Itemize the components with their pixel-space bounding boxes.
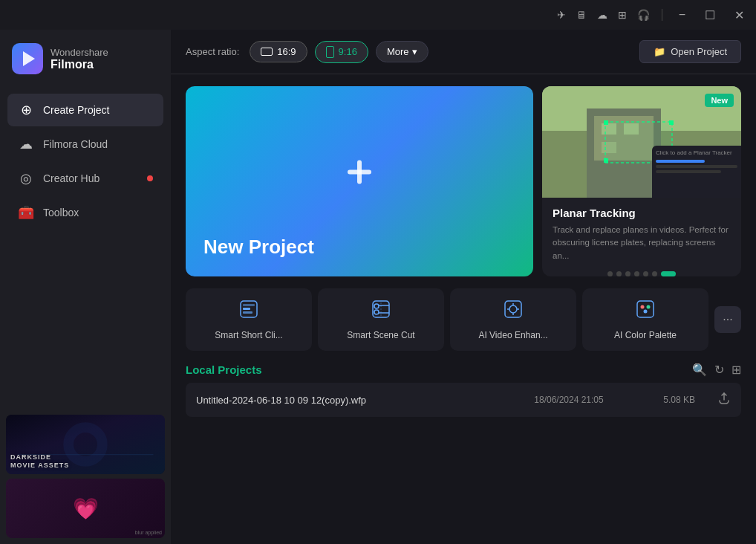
dot-6[interactable]	[652, 271, 657, 276]
sidebar-nav: ⊕ Create Project ☁ Filmora Cloud ◎ Creat…	[0, 88, 171, 409]
local-projects: Local Projects 🔍 ↻ ⊞ Untitled-2024-06-18…	[186, 363, 741, 417]
svg-rect-34	[637, 301, 654, 317]
ai-color-palette-button[interactable]: AI Color Palette	[582, 288, 708, 351]
svg-rect-19	[243, 304, 255, 306]
quick-actions: Smart Short Cli... Smart Scene Cut	[186, 288, 741, 351]
app-logo-text: Wondershare Filmora	[50, 47, 108, 71]
feature-controls-overlay: Click to add a Planar Tracker	[652, 146, 741, 198]
monitor-icon[interactable]: 🖥	[576, 9, 587, 21]
smart-short-clip-icon	[238, 299, 259, 324]
feature-description: Track and replace planes in videos. Perf…	[553, 224, 731, 262]
toolbar-right: 📁 Open Project	[639, 40, 741, 63]
sidebar-item-creator-hub[interactable]: ◎ Creator Hub	[7, 162, 163, 195]
smart-scene-cut-label: Smart Scene Cut	[347, 330, 414, 340]
minimize-button[interactable]: −	[674, 7, 690, 23]
search-projects-icon[interactable]: 🔍	[692, 363, 707, 377]
thumbnail-pink[interactable]: 💗 blur applied	[6, 479, 165, 538]
more-label: More	[387, 46, 409, 57]
ai-video-enhance-icon	[503, 299, 524, 324]
hero-section: New Project New	[186, 86, 741, 276]
svg-point-35	[641, 305, 645, 309]
sidebar: Wondershare Filmora ⊕ Create Project ☁ F…	[0, 30, 171, 544]
dot-3[interactable]	[625, 271, 630, 276]
new-project-label: New Project	[203, 236, 314, 259]
creator-hub-badge	[147, 175, 153, 181]
aspect-16-9-button[interactable]: 16:9	[250, 41, 307, 62]
smart-short-clip-button[interactable]: Smart Short Cli...	[186, 288, 312, 351]
sidebar-logo: Wondershare Filmora	[0, 30, 171, 88]
smart-scene-cut-button[interactable]: Smart Scene Cut	[318, 288, 444, 351]
app-logo-icon	[12, 43, 43, 74]
sidebar-item-create-project[interactable]: ⊕ Create Project	[7, 94, 163, 126]
feature-card: New	[542, 86, 741, 276]
titlebar-divider	[662, 9, 662, 21]
open-project-button[interactable]: 📁 Open Project	[639, 40, 741, 63]
headset-icon[interactable]: 🎧	[637, 9, 650, 21]
titlebar-icons: ✈ 🖥 ☁ ⊞ 🎧	[557, 9, 650, 21]
cloud-upload-icon[interactable]: ☁	[597, 9, 607, 21]
thumbnail-pink-icon: 💗	[73, 496, 99, 521]
ai-color-palette-icon	[635, 299, 656, 324]
grid-icon[interactable]: ⊞	[618, 9, 627, 21]
sidebar-label-filmora-cloud: Filmora Cloud	[43, 138, 108, 150]
toolbox-icon: 🧰	[18, 204, 34, 221]
smart-short-clip-label: Smart Short Cli...	[215, 330, 282, 340]
svg-point-1	[68, 427, 102, 462]
svg-point-23	[374, 304, 379, 308]
new-project-card[interactable]: New Project	[186, 86, 533, 276]
aspect-9-16-button[interactable]: 9:16	[315, 41, 368, 63]
dot-7-active[interactable]	[661, 271, 676, 276]
refresh-projects-icon[interactable]: ↻	[714, 363, 724, 377]
dot-5[interactable]	[643, 271, 648, 276]
svg-point-37	[644, 310, 648, 314]
feature-new-badge: New	[705, 94, 734, 107]
project-upload-icon[interactable]	[717, 392, 731, 408]
dot-4[interactable]	[634, 271, 639, 276]
open-project-label: Open Project	[671, 46, 727, 57]
sidebar-item-toolbox[interactable]: 🧰 Toolbox	[7, 196, 163, 229]
svg-rect-20	[243, 308, 250, 310]
content-body: New Project New	[171, 74, 756, 544]
dot-2[interactable]	[616, 271, 622, 276]
smart-scene-cut-icon	[371, 299, 391, 324]
close-button[interactable]: ✕	[730, 7, 749, 24]
logo-brand: Wondershare	[50, 47, 108, 58]
local-projects-header: Local Projects 🔍 ↻ ⊞	[186, 363, 741, 377]
titlebar: ✈ 🖥 ☁ ⊞ 🎧 − ☐ ✕	[0, 0, 756, 30]
restore-button[interactable]: ☐	[700, 7, 720, 24]
ai-video-enhance-label: AI Video Enhan...	[478, 330, 547, 340]
sidebar-item-filmora-cloud[interactable]: ☁ Filmora Cloud	[7, 128, 163, 161]
carousel-dots	[542, 271, 741, 276]
aspect-9-16-label: 9:16	[339, 46, 357, 57]
svg-rect-14	[604, 120, 608, 125]
grid-view-icon[interactable]: ⊞	[731, 363, 741, 377]
create-project-icon: ⊕	[18, 102, 34, 118]
table-row[interactable]: Untitled-2024-06-18 10 09 12(copy).wfp 1…	[186, 383, 741, 417]
ai-video-enhance-button[interactable]: AI Video Enhan...	[450, 288, 576, 351]
titlebar-controls: − ☐ ✕	[674, 7, 749, 24]
aspect-9-16-icon	[326, 46, 334, 58]
more-actions-button[interactable]: ···	[714, 306, 741, 333]
share-icon[interactable]: ✈	[557, 9, 566, 21]
thumbnail-darkside[interactable]: DARKSIDEMOVIE ASSETS	[6, 415, 165, 474]
new-project-plus-icon	[343, 156, 376, 195]
svg-rect-4	[348, 170, 371, 175]
sidebar-label-toolbox: Toolbox	[43, 207, 79, 218]
svg-point-24	[374, 310, 379, 314]
logo-name: Filmora	[50, 58, 108, 71]
aspect-16-9-icon	[261, 48, 273, 56]
local-projects-title: Local Projects	[186, 363, 262, 376]
ai-color-palette-label: AI Color Palette	[614, 330, 677, 340]
project-size: 5.08 KB	[636, 395, 695, 405]
feature-title: Planar Tracking	[553, 207, 731, 219]
main-layout: Wondershare Filmora ⊕ Create Project ☁ F…	[0, 30, 756, 544]
more-button[interactable]: More ▾	[376, 41, 428, 62]
sidebar-label-creator-hub: Creator Hub	[43, 172, 100, 184]
feature-info: Planar Tracking Track and replace planes…	[542, 198, 741, 271]
dot-1[interactable]	[607, 271, 613, 276]
svg-rect-15	[669, 120, 674, 125]
aspect-16-9-label: 16:9	[277, 46, 296, 57]
project-date: 18/06/2024 21:05	[517, 395, 621, 405]
svg-point-36	[647, 305, 651, 309]
sidebar-label-create-project: Create Project	[43, 104, 109, 116]
